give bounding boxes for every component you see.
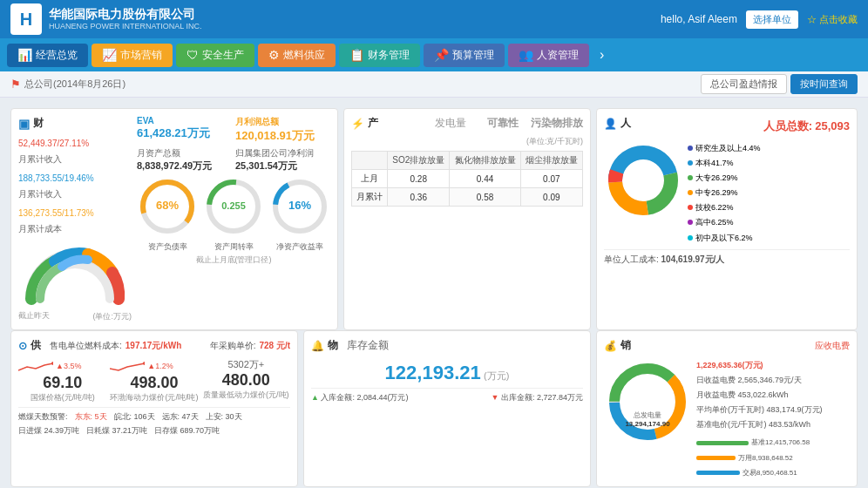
nav-item-overview[interactable]: 📊 经营总览 xyxy=(7,44,88,67)
sales-title: 💰 销 应收电费 xyxy=(604,338,850,353)
people-title-icon: 👤 xyxy=(604,118,617,130)
sales-donut-center: 总发电量 13,294,174.90 xyxy=(625,410,669,428)
nav-item-budget[interactable]: 📌 预算管理 xyxy=(424,44,505,67)
annual-purchase-note: 5302万+ xyxy=(202,358,290,371)
breadcrumb: ⚑ 总公司(2014年8月26日) xyxy=(10,78,694,91)
bar-row-1: 基准12,415,706.58 xyxy=(696,436,850,449)
bar3-label: 交易8,950,468.51 xyxy=(743,466,797,479)
nav-item-hr[interactable]: 👥 人资管理 xyxy=(508,44,589,67)
coal-days-info: 燃煤天数预警: 东东: 5天 皖北: 106天 远东: 47天 上安: 30天 … xyxy=(18,407,290,437)
legend-item-3: 中专26.29% xyxy=(688,186,850,200)
bar-row-2: 万用8,938,648.52 xyxy=(696,451,850,464)
circle-gauge-3: 16% 净资产收益率 xyxy=(269,176,330,253)
finance-title: ▣ 财 xyxy=(18,116,132,131)
sales-content: 总发电量 13,294,174.90 1,229,635.36(万元) 日收益电… xyxy=(604,358,850,479)
avg-price-stat: 平均单价(万千瓦时) 483,174.9(万元) xyxy=(696,403,850,417)
sell-price-label: 售电单位燃料成本: xyxy=(50,340,122,352)
nav-label-budget: 预算管理 xyxy=(452,48,494,63)
svg-text:0.255: 0.255 xyxy=(221,200,246,211)
annual-elec-stat: 1,229,635.36(万元) xyxy=(696,358,850,373)
production-table: SO2排放放量 氮化物排放放量 烟尘排放放量 上月 0.28 0.44 0.07… xyxy=(351,151,583,207)
nav-item-safety[interactable]: 🛡 安全生产 xyxy=(176,44,254,67)
row1-v1: 0.28 xyxy=(388,170,450,188)
legend-dot-1 xyxy=(688,160,693,166)
people-title: 👤 人 xyxy=(604,116,631,131)
sales-title-icon: 💰 xyxy=(604,340,617,352)
row1-v2: 0.44 xyxy=(450,170,520,188)
nav-more-button[interactable]: › xyxy=(593,43,611,67)
env-label: 环渤海动力煤价(元/吨/吨) xyxy=(110,392,198,403)
fi-label1: 月累计收入 xyxy=(18,154,62,164)
legend-dot-6 xyxy=(688,235,693,241)
bar1-label: 基准12,415,706.58 xyxy=(751,436,810,449)
rate-date: 截止上月底(管理口径) xyxy=(137,254,330,266)
bar-2 xyxy=(696,456,736,460)
svg-point-16 xyxy=(143,362,145,365)
finance-item2: 188,733.55/19.46% 月累计收入 xyxy=(18,171,132,202)
inventory-value: 122,193.21 xyxy=(385,362,481,383)
finance-title-icon: ▣ xyxy=(18,117,30,131)
nav-label-fuel: 燃料供应 xyxy=(283,48,325,63)
people-content: 研究生及以上4.4% 本科41.7% 大专26.29% 中专26.29% 技校6… xyxy=(604,141,850,246)
content-area: ▣ 财 52,449.37/27.11% 月累计收入 188,733.55/19… xyxy=(0,98,868,488)
prod-col3-header: 污染物排放 xyxy=(531,116,583,131)
nav-item-marketing[interactable]: 📈 市场营销 xyxy=(92,44,173,67)
prod-th-nox: 氮化物排放放量 xyxy=(450,152,520,170)
annual-plan-label: 年采购单价: xyxy=(210,340,256,352)
asset-turnover-svg: 0.255 xyxy=(203,176,264,237)
north-label: 皖北: 106天 xyxy=(114,411,155,423)
unit-cost: 单位人工成本: 104,619.97元/人 xyxy=(604,249,850,266)
bar-3 xyxy=(696,471,740,475)
legend-label-3: 中专26.29% xyxy=(695,188,738,197)
time-query-button[interactable]: 按时间查询 xyxy=(790,74,858,94)
bar2-label: 万用8,938,648.52 xyxy=(738,451,793,464)
nav-item-fuel[interactable]: ⚙ 燃料供应 xyxy=(258,44,336,67)
row2-v3: 0.09 xyxy=(520,188,582,207)
legend-label-4: 技校6.22% xyxy=(695,203,734,212)
sub-header: ⚑ 总公司(2014年8月26日) 总公司盈趋情报 按时间查询 xyxy=(0,71,868,98)
daily-burn: 日耗煤 37.21万吨 xyxy=(86,425,147,437)
coal-price-item: ▲3.5% 69.10 国煤价格(元/吨/吨) xyxy=(18,358,106,403)
legend-item-2: 大专26.29% xyxy=(688,171,850,186)
sales-panel: 💰 销 应收电费 总发电量 13,294,174.90 xyxy=(596,330,858,487)
collect-button[interactable]: ☆ 点击收藏 xyxy=(807,13,858,26)
coal-days-label: 燃煤天数预警: xyxy=(18,411,68,423)
net-profit-item: 归属集团公司净利润 25,301.54万元 xyxy=(235,147,330,173)
inventory-value-area: 122,193.21 (万元) xyxy=(311,362,583,384)
asset-liability-svg: 68% xyxy=(137,176,198,237)
select-unit-button[interactable]: 选择单位 xyxy=(746,10,798,29)
legend-label-6: 初中及以下6.2% xyxy=(695,234,753,242)
sub-right-buttons: 总公司盈趋情报 按时间查询 xyxy=(701,74,858,94)
monthly-asset-label: 月资产总额 xyxy=(137,147,232,159)
donut-area xyxy=(604,141,682,246)
people-total: 人员总数: 25,093 xyxy=(763,119,850,134)
daily-consume: 日进煤 24.39万吨 xyxy=(18,425,79,437)
people-panel: 👤 人 人员总数: 25,093 xyxy=(596,108,858,330)
monthly-elec-stat: 月收益电费 453,022.6kWh xyxy=(696,388,850,403)
supply-title: ⊙ 供 售电单位燃料成本: 197.17元/kWh 年采购单价: 728 元/t xyxy=(18,338,290,353)
header-right: hello, Asif Aleem 选择单位 ☆ 点击收藏 xyxy=(661,10,858,29)
monthly-asset-value: 8,838,972.49万元 xyxy=(137,159,232,173)
logo-box: H xyxy=(10,3,42,35)
legend-item-4: 技校6.22% xyxy=(688,200,850,215)
legend-item-6: 初中及以下6.2% xyxy=(688,231,850,246)
company-trend-button[interactable]: 总公司盈趋情报 xyxy=(701,74,787,94)
table-row: 上月 0.28 0.44 0.07 xyxy=(352,170,583,188)
production-panel-top: ⚡ 产 发电量 可靠性 污染物排放 (单位:克/千瓦时) SO2排放放量 氮化物… xyxy=(343,108,591,330)
prod-col1-header: 发电量 xyxy=(435,116,466,131)
table-row: 月累计 0.36 0.58 0.09 xyxy=(352,188,583,207)
legend-dot-3 xyxy=(688,190,693,195)
company-zh: 华能国际电力股份有限公司 xyxy=(49,6,202,22)
row2-v1: 0.36 xyxy=(388,188,450,207)
inv-item1: ▲ 入库金额: 2,084.44(万元) xyxy=(311,392,409,403)
nav-item-finance[interactable]: 📋 财务管理 xyxy=(339,44,420,67)
legend-label-5: 高中6.25% xyxy=(695,218,734,227)
production-title-icon: ⚡ xyxy=(351,118,364,130)
legend-item-1: 本科41.7% xyxy=(688,156,850,171)
monthly-total-label: 月利润总额 xyxy=(235,116,330,128)
company-en: HUANENG POWER INTERNATIONAL INC. xyxy=(49,22,202,32)
svg-text:16%: 16% xyxy=(288,199,311,212)
finance-left: ▣ 财 52,449.37/27.11% 月累计收入 188,733.55/19… xyxy=(18,116,132,322)
eva-value: 61,428.21万元 xyxy=(137,125,232,141)
hr-icon: 👥 xyxy=(519,48,533,62)
